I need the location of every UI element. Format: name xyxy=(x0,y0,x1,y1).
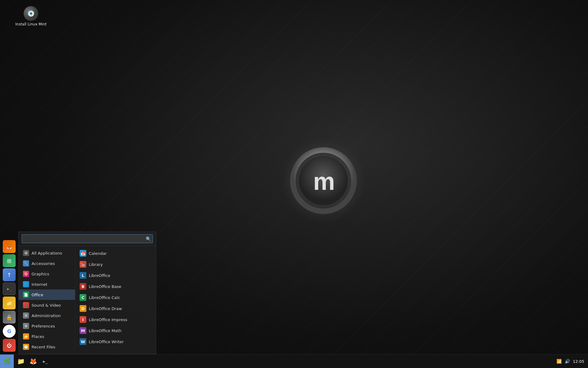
menu-search-bar: 🔍 xyxy=(19,232,156,246)
category-preferences[interactable]: ⚙ Preferences xyxy=(19,321,75,331)
category-internet[interactable]: 🌐 Internet xyxy=(19,279,75,289)
app-calendar[interactable]: 📅 Calendar xyxy=(75,248,156,259)
category-office-icon: 📄 xyxy=(23,292,29,298)
category-preferences-label: Preferences xyxy=(32,324,55,328)
category-accessories-label: Accessories xyxy=(32,261,55,266)
taskbar: 🌿 📁 🦊 ▶_ 📶 🔊 12:05 xyxy=(0,354,588,368)
start-icon: 🌿 xyxy=(3,358,11,365)
category-all-label: All Applications xyxy=(32,251,62,255)
app-libreoffice[interactable]: L LibreOffice xyxy=(75,270,156,281)
category-soundvideo-icon: 🎵 xyxy=(23,302,29,308)
category-internet-icon: 🌐 xyxy=(23,281,29,287)
app-libreoffice-base-label: LibreOffice Base xyxy=(89,284,121,289)
category-soundvideo-label: Sound & Video xyxy=(32,303,61,308)
menu-body: ⊞ All Applications 🔧 Accessories 🎨 xyxy=(19,246,156,354)
app-libreoffice-math-label: LibreOffice Math xyxy=(89,328,122,333)
category-recentfiles-label: Recent Files xyxy=(32,345,55,349)
app-library-label: Library xyxy=(89,262,103,267)
category-internet-label: Internet xyxy=(32,282,47,287)
category-soundvideo[interactable]: 🎵 Sound & Video xyxy=(19,300,75,310)
category-graphics-icon: 🎨 xyxy=(23,271,29,277)
category-accessories-icon: 🔧 xyxy=(23,260,29,266)
panel-lock-icon[interactable]: 🔒 xyxy=(3,311,16,324)
app-libreoffice-label: LibreOffice xyxy=(89,273,110,278)
mint-logo: m xyxy=(290,147,357,214)
search-input[interactable] xyxy=(22,234,153,243)
panel-terminal-icon[interactable]: ▶_ xyxy=(3,282,16,295)
application-menu: 🔍 ⊞ All Applications 🔧 Accessorie xyxy=(18,232,156,354)
app-calendar-label: Calendar xyxy=(89,251,107,256)
category-office-label: Office xyxy=(32,293,43,297)
category-prefs-icon: ⚙ xyxy=(23,323,29,329)
taskbar-files[interactable]: 📁 xyxy=(15,355,27,367)
app-libreoffice-base[interactable]: B LibreOffice Base xyxy=(75,281,156,292)
panel-firefox-icon[interactable]: 🦊 xyxy=(3,240,16,253)
app-libreoffice-writer[interactable]: W LibreOffice Writer xyxy=(75,336,156,347)
app-libreoffice-draw-label: LibreOffice Draw xyxy=(89,306,122,311)
app-libreoffice-math[interactable]: M LibreOffice Math xyxy=(75,325,156,336)
category-administration-label: Administration xyxy=(32,313,61,318)
search-wrapper: 🔍 xyxy=(22,234,153,243)
app-libreoffice-calc[interactable]: C LibreOffice Calc xyxy=(75,292,156,303)
category-accessories[interactable]: 🔧 Accessories xyxy=(19,258,75,269)
icon-panel: 🦊 ⊞ ↑ ▶_ 📁 🔒 G ⏻ xyxy=(0,238,18,354)
volume-icon[interactable]: 🔊 xyxy=(565,359,570,364)
category-all-icon: ⊞ xyxy=(23,250,29,256)
app-library[interactable]: 📚 Library xyxy=(75,259,156,270)
app-library-icon: 📚 xyxy=(80,261,86,268)
menu-categories: ⊞ All Applications 🔧 Accessories 🎨 xyxy=(19,246,75,354)
category-administration[interactable]: ⚙ Administration xyxy=(19,310,75,321)
panel-power-icon[interactable]: ⏻ xyxy=(3,339,16,352)
desktop: m 💿 Install Linux Mint 🦊 ⊞ ↑ ▶_ 📁 🔒 G ⏻ xyxy=(0,0,588,368)
category-admin-icon: ⚙ xyxy=(23,312,29,319)
panel-google-icon[interactable]: G xyxy=(3,325,16,338)
category-graphics-label: Graphics xyxy=(32,272,49,276)
app-libreoffice-impress[interactable]: I LibreOffice Impress xyxy=(75,314,156,325)
category-places-label: Places xyxy=(32,334,44,339)
app-libreoffice-draw-icon: D xyxy=(80,305,86,312)
panel-files-icon[interactable]: 📁 xyxy=(3,297,16,309)
network-icon: 📶 xyxy=(556,359,562,364)
taskbar-terminal[interactable]: ▶_ xyxy=(40,355,51,367)
app-libreoffice-calc-label: LibreOffice Calc xyxy=(89,295,120,300)
taskbar-firefox[interactable]: 🦊 xyxy=(27,355,39,367)
taskbar-files-icon: 📁 xyxy=(17,358,25,365)
svg-text:m: m xyxy=(313,168,334,195)
menu-apps-list: 📅 Calendar 📚 Library L LibreOffice xyxy=(75,246,156,354)
category-all[interactable]: ⊞ All Applications xyxy=(19,248,75,258)
taskbar-terminal-icon: ▶_ xyxy=(43,359,48,364)
app-libreoffice-draw[interactable]: D LibreOffice Draw xyxy=(75,303,156,314)
app-libreoffice-math-icon: M xyxy=(80,327,86,334)
category-recentfiles[interactable]: 🕐 Recent Files xyxy=(19,342,75,352)
category-graphics[interactable]: 🎨 Graphics xyxy=(19,269,75,279)
panel-mintupdate-icon[interactable]: ↑ xyxy=(3,268,16,281)
search-button[interactable]: 🔍 xyxy=(146,236,151,241)
taskbar-apps: 📁 🦊 ▶_ xyxy=(14,355,52,367)
install-icon-image: 💿 xyxy=(24,6,38,21)
category-recent-icon: 🕐 xyxy=(23,344,29,350)
app-libreoffice-writer-icon: W xyxy=(80,338,86,345)
app-libreoffice-icon: L xyxy=(80,272,86,279)
install-linux-mint-icon[interactable]: 💿 Install Linux Mint xyxy=(15,6,47,26)
taskbar-firefox-icon: 🦊 xyxy=(29,358,37,365)
category-office[interactable]: 📄 Office xyxy=(19,289,75,300)
app-libreoffice-calc-icon: C xyxy=(80,294,86,301)
app-libreoffice-impress-label: LibreOffice Impress xyxy=(89,317,127,322)
app-calendar-icon: 📅 xyxy=(80,250,86,257)
taskbar-start-button[interactable]: 🌿 xyxy=(0,355,14,368)
category-places[interactable]: 📁 Places xyxy=(19,331,75,342)
panel-mintmenu-icon[interactable]: ⊞ xyxy=(3,254,16,267)
install-icon-label: Install Linux Mint xyxy=(15,22,47,26)
taskbar-right: 📶 🔊 12:05 xyxy=(556,359,588,364)
clock: 12:05 xyxy=(573,359,584,364)
app-libreoffice-impress-icon: I xyxy=(80,316,86,323)
app-libreoffice-base-icon: B xyxy=(80,283,86,290)
category-places-icon: 📁 xyxy=(23,333,29,339)
app-libreoffice-writer-label: LibreOffice Writer xyxy=(89,339,124,344)
